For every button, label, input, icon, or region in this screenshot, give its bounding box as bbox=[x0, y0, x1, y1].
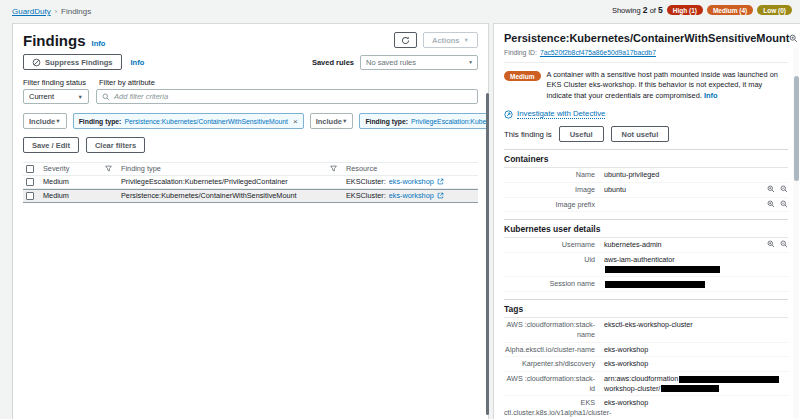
filter-attribute-label: Filter by attribute bbox=[99, 78, 155, 87]
detail-row-label: AWS :cloudformation:stack-name bbox=[504, 320, 604, 339]
severity-column-header[interactable]: Severity bbox=[43, 164, 105, 173]
detail-panel-scrollbar-thumb[interactable] bbox=[794, 76, 799, 181]
findings-panel-scrollbar[interactable] bbox=[486, 93, 489, 415]
useful-button[interactable]: Useful bbox=[559, 126, 604, 142]
description-info-link[interactable]: Info bbox=[704, 91, 718, 100]
chevron-down-icon: ▼ bbox=[78, 94, 83, 100]
filter-chip-persistence[interactable]: Finding type: Persistence:Kubernetes/Con… bbox=[73, 113, 304, 129]
finding-type-cell: Persistence:Kubernetes/ContainerWithSens… bbox=[121, 191, 330, 200]
finding-description: Medium A container with a sensitive host… bbox=[504, 70, 788, 101]
finding-type-cell: PrivilegeEscalation:Kubernetes/Privilege… bbox=[121, 177, 330, 186]
filter-chip-privilege-escalation[interactable]: Finding type: PrivilegeEscalation:Kubern… bbox=[359, 113, 489, 129]
table-row-selected[interactable]: Medium Persistence:Kubernetes/ContainerW… bbox=[23, 189, 478, 203]
detail-row-label: Username bbox=[504, 240, 604, 250]
include-select-2[interactable]: Include ▼ bbox=[310, 113, 354, 129]
detail-row-value bbox=[604, 279, 788, 289]
suppress-info-link[interactable]: Info bbox=[131, 58, 145, 67]
detail-row-value: eks-workshop bbox=[604, 398, 788, 408]
table-header-row: Severity Finding type Resource bbox=[23, 162, 478, 176]
filter-in-icon[interactable] bbox=[767, 240, 775, 248]
resource-link[interactable]: eks-workshop bbox=[389, 191, 434, 200]
severity-filter-icon[interactable] bbox=[105, 165, 121, 172]
resource-link[interactable]: eks-workshop bbox=[389, 177, 434, 186]
remove-filter-icon[interactable]: × bbox=[293, 117, 298, 126]
not-useful-button[interactable]: Not useful bbox=[611, 126, 670, 142]
detail-section: ContainersNameubuntu-privilegedImageubun… bbox=[504, 149, 788, 212]
filter-status-label: Filter finding status bbox=[23, 78, 89, 87]
feedback-label: This finding is bbox=[504, 130, 552, 139]
include-select-1[interactable]: Include ▼ bbox=[23, 113, 67, 129]
findings-panel: Findings Info Actions ▼ Supp bbox=[12, 23, 489, 419]
detail-row-label: Session name bbox=[504, 279, 604, 289]
detail-row: Image prefix bbox=[504, 198, 788, 213]
finding-type-column-header[interactable]: Finding type bbox=[121, 164, 330, 173]
saved-rules-label: Saved rules bbox=[312, 58, 354, 67]
medium-count-badge[interactable]: Medium (4) bbox=[707, 5, 753, 15]
detail-row: AWS :cloudformation:stack-idarn:aws:clou… bbox=[504, 372, 788, 396]
severity-cell: Medium bbox=[43, 177, 105, 186]
detail-row-value: eks-workshop bbox=[604, 359, 788, 369]
external-link-icon bbox=[437, 178, 444, 185]
chevron-down-icon: ▼ bbox=[464, 37, 469, 43]
detail-row: Usernamekubernetes-admin bbox=[504, 238, 788, 253]
clear-filters-button[interactable]: Clear filters bbox=[86, 137, 145, 153]
section-title: Kubernetes user details bbox=[504, 219, 788, 238]
detail-row-label: EKS ctl.cluster.k8s.io/v1alpha1/cluster-… bbox=[504, 398, 604, 419]
detail-row-value: eksctl-eks-workshop-cluster bbox=[604, 320, 788, 330]
filter-in-icon[interactable] bbox=[767, 200, 775, 208]
low-count-badge[interactable]: Low (0) bbox=[757, 5, 792, 15]
breadcrumb-guardduty-link[interactable]: GuardDuty bbox=[12, 7, 51, 16]
chevron-down-icon: ▼ bbox=[55, 118, 60, 124]
filter-search-input[interactable]: Add filter criteria bbox=[96, 89, 478, 104]
suppress-icon bbox=[32, 58, 41, 67]
suppress-findings-button[interactable]: Suppress Findings bbox=[23, 54, 122, 70]
severity-badge: Medium bbox=[504, 71, 541, 81]
detail-row-label: AWS :cloudformation:stack-id bbox=[504, 374, 604, 393]
filter-out-icon[interactable] bbox=[780, 240, 788, 248]
detail-row: Alpha.eksctl.io/cluster-nameeks-workshop bbox=[504, 343, 788, 358]
detail-row-label: Uid bbox=[504, 255, 604, 265]
detail-row-value: arn:aws:cloudformationworkshop-cluster/ bbox=[604, 374, 788, 393]
filter-out-icon[interactable] bbox=[780, 200, 788, 208]
finding-id-link[interactable]: 7ac520f2b8cf475a86e50d9a17bacdb7 bbox=[540, 49, 656, 56]
filter-in-icon[interactable] bbox=[789, 34, 798, 43]
detail-row-value: eks-workshop bbox=[604, 345, 788, 355]
refresh-button[interactable] bbox=[394, 32, 417, 48]
resource-column-header[interactable]: Resource bbox=[346, 164, 478, 173]
detail-row-label: Name bbox=[504, 170, 604, 180]
breadcrumb-separator-icon: › bbox=[55, 8, 57, 15]
saved-rules-select[interactable]: No saved rules ▾ bbox=[360, 55, 478, 70]
finding-type-filter-icon[interactable] bbox=[330, 165, 346, 172]
detail-row: AWS :cloudformation:stack-nameeksctl-eks… bbox=[504, 318, 788, 342]
redacted-value bbox=[605, 281, 705, 288]
page-title: Findings bbox=[23, 32, 86, 49]
refresh-icon bbox=[401, 36, 410, 45]
investigate-detective-link[interactable]: Investigate with Detective bbox=[517, 109, 605, 119]
status-select[interactable]: Current ▼ bbox=[23, 89, 89, 104]
resource-type: EKSCluster: bbox=[346, 177, 386, 186]
save-edit-button[interactable]: Save / Edit bbox=[23, 137, 79, 153]
detective-icon bbox=[504, 110, 513, 119]
detail-row: Uidaws-iam-authenticator bbox=[504, 253, 788, 277]
actions-button[interactable]: Actions ▼ bbox=[423, 32, 478, 48]
chevron-down-icon: ▼ bbox=[342, 118, 347, 124]
detail-row-label: Karpenter.sh/discovery bbox=[504, 359, 604, 369]
select-all-checkbox[interactable] bbox=[26, 165, 34, 173]
external-link-icon bbox=[437, 192, 444, 199]
detail-row-label: Alpha.eksctl.io/cluster-name bbox=[504, 345, 604, 355]
filter-in-icon[interactable] bbox=[767, 185, 775, 193]
showing-bar: Showing 2 of 5 High (1) Medium (4) Low (… bbox=[612, 5, 792, 15]
search-placeholder: Add filter criteria bbox=[114, 92, 168, 101]
row-checkbox[interactable] bbox=[26, 192, 34, 200]
detail-sections: ContainersNameubuntu-privilegedImageubun… bbox=[504, 149, 788, 419]
table-row[interactable]: Medium PrivilegeEscalation:Kubernetes/Pr… bbox=[23, 176, 478, 190]
redacted-value bbox=[605, 266, 720, 273]
filter-out-icon[interactable] bbox=[780, 185, 788, 193]
high-count-badge[interactable]: High (1) bbox=[667, 5, 703, 15]
resource-type: EKSCluster: bbox=[346, 191, 386, 200]
row-checkbox[interactable] bbox=[26, 178, 34, 186]
findings-info-link[interactable]: Info bbox=[92, 39, 106, 48]
section-title: Containers bbox=[504, 149, 788, 168]
severity-cell: Medium bbox=[43, 191, 105, 200]
finding-id-label: Finding ID: bbox=[504, 49, 537, 56]
